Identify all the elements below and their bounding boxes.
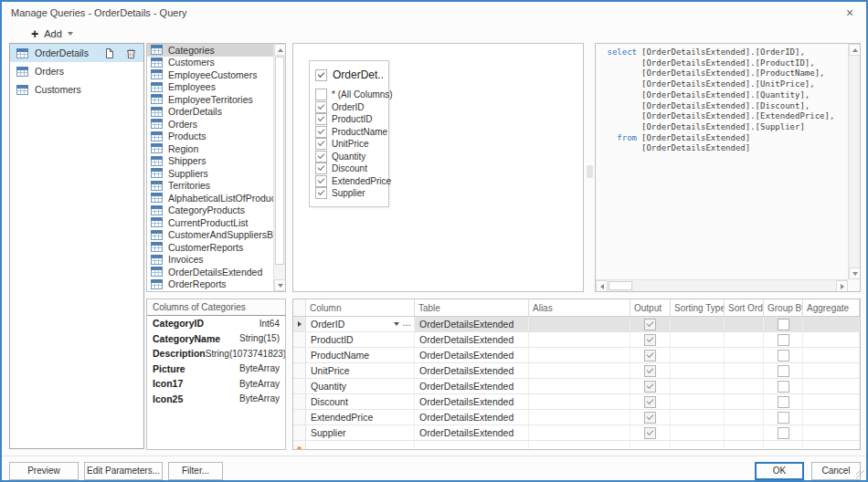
field-checkbox[interactable] [315, 101, 327, 113]
cell-sort-order[interactable] [725, 332, 764, 347]
diagram-field-item[interactable]: * (All Columns) [310, 89, 388, 101]
field-checkbox[interactable] [315, 175, 327, 187]
sql-horizontal-scrollbar[interactable] [596, 279, 848, 291]
table-list-item[interactable]: OrderDetails [147, 106, 273, 119]
table-list-item[interactable]: Orders [147, 118, 273, 131]
cell-column[interactable]: ProductID [306, 332, 415, 347]
close-icon[interactable]: × [841, 5, 859, 21]
table-list-item[interactable]: Territories [147, 180, 273, 193]
cell-table[interactable]: OrderDetailsExtended [415, 332, 529, 347]
cell-table[interactable]: OrderDetailsExtended [415, 348, 529, 362]
empty-cell[interactable] [630, 441, 671, 450]
cell-alias[interactable] [529, 363, 630, 378]
table-list-item[interactable]: Shippers [147, 155, 273, 168]
grid-header-table[interactable]: Table [415, 299, 529, 316]
cell-table[interactable]: OrderDetailsExtended [415, 410, 529, 424]
cell-table[interactable]: OrderDetailsExtended [415, 394, 529, 409]
cell-column[interactable]: ExtendedPrice [306, 410, 415, 424]
cell-sorting-type[interactable] [671, 363, 725, 378]
cell-column[interactable]: ProductName [306, 348, 415, 362]
cell-sorting-type[interactable] [671, 332, 725, 347]
cell-sort-order[interactable] [725, 379, 764, 393]
diagram-field-item[interactable]: UnitPrice [310, 138, 388, 151]
cell-sort-order[interactable] [725, 410, 764, 424]
empty-cell[interactable] [529, 441, 630, 450]
diagram-field-item[interactable]: OrderID [310, 101, 388, 114]
group-by-checkbox[interactable] [778, 396, 789, 408]
cell-aggregate[interactable] [803, 425, 860, 440]
scroll-up-icon[interactable] [274, 44, 286, 56]
cell-sort-order[interactable] [725, 394, 764, 409]
cell-sorting-type[interactable] [671, 348, 725, 362]
scroll-up-icon[interactable] [849, 44, 861, 56]
output-checkbox[interactable] [644, 319, 656, 330]
diagram-field-item[interactable]: ProductName [310, 126, 388, 139]
scrollbar-thumb[interactable] [275, 57, 284, 265]
field-checkbox[interactable] [315, 89, 327, 100]
output-checkbox[interactable] [644, 350, 656, 362]
cell-aggregate[interactable] [803, 394, 860, 409]
field-checkbox[interactable] [315, 126, 327, 138]
table-list-item[interactable]: AlphabeticalListOfProducts [147, 192, 273, 204]
cell-sorting-type[interactable] [671, 410, 725, 424]
grid-header-group-by[interactable]: Group By [764, 299, 803, 316]
field-checkbox[interactable] [315, 162, 327, 174]
tables-vertical-scrollbar[interactable] [273, 44, 285, 291]
table-checkbox[interactable] [315, 69, 327, 81]
grid-header-output[interactable]: Output [630, 299, 671, 316]
field-checkbox[interactable] [315, 151, 327, 162]
cell-sorting-type[interactable] [671, 379, 725, 393]
group-by-checkbox[interactable] [778, 350, 789, 362]
table-list-item[interactable]: Categories [147, 44, 273, 57]
grid-header-aggregate[interactable]: Aggregate [803, 299, 860, 316]
empty-cell[interactable] [306, 441, 415, 450]
cell-table[interactable]: OrderDetailsExtended [415, 425, 529, 440]
scroll-right-icon[interactable] [836, 280, 848, 292]
cell-alias[interactable] [529, 332, 630, 347]
field-checkbox[interactable] [315, 187, 327, 199]
table-list-item[interactable]: EmployeeCustomers [147, 68, 273, 81]
copy-query-icon[interactable] [103, 47, 115, 59]
grid-header-sort-order[interactable]: Sort Order [725, 299, 764, 316]
ok-button[interactable]: OK [755, 462, 804, 480]
table-list-item[interactable]: Invoices [147, 254, 273, 267]
query-list-item[interactable]: OrderDetails [10, 44, 143, 62]
table-list-item[interactable]: OrderReports [147, 278, 273, 291]
cell-alias[interactable] [529, 410, 630, 424]
table-list-item[interactable]: Products [147, 131, 273, 143]
add-query-button[interactable]: + Add [31, 26, 73, 42]
cell-aggregate[interactable] [803, 332, 860, 347]
cell-aggregate[interactable] [803, 363, 860, 378]
table-list-item[interactable]: OrderDetailsExtended [147, 266, 273, 278]
cell-alias[interactable] [529, 394, 630, 409]
cell-aggregate[interactable] [803, 410, 860, 424]
grid-header-alias[interactable]: Alias [529, 299, 630, 316]
empty-cell[interactable] [415, 441, 529, 450]
field-checkbox[interactable] [315, 113, 327, 125]
table-list-item[interactable]: Customers [147, 57, 273, 69]
group-by-checkbox[interactable] [778, 412, 789, 424]
scroll-down-icon[interactable] [274, 279, 286, 291]
group-by-checkbox[interactable] [778, 365, 789, 377]
cell-aggregate[interactable] [803, 348, 860, 362]
diagram-table-card[interactable]: OrderDet... * (All Columns)OrderIDProduc… [309, 60, 389, 207]
query-list-item[interactable]: Orders [10, 62, 143, 80]
cell-sort-order[interactable] [725, 348, 764, 362]
table-list-item[interactable]: CategoryProducts [147, 204, 273, 217]
output-checkbox[interactable] [644, 427, 656, 439]
cell-sorting-type[interactable] [671, 425, 725, 440]
empty-cell[interactable] [803, 441, 860, 450]
cell-alias[interactable] [529, 348, 630, 362]
query-list-item[interactable]: Customers [10, 80, 143, 99]
panel-splitter[interactable] [587, 165, 593, 178]
cell-sort-order[interactable] [725, 425, 764, 440]
output-checkbox[interactable] [644, 365, 656, 377]
table-list-item[interactable]: CurrentProductList [147, 216, 273, 229]
cell-sorting-type[interactable] [671, 394, 725, 409]
cell-column[interactable]: Supplier [306, 425, 415, 440]
cancel-button[interactable]: Cancel [811, 462, 861, 480]
grid-new-row[interactable] [293, 441, 860, 450]
table-list-item[interactable]: Employees [147, 81, 273, 94]
ellipsis-button[interactable]: … [402, 318, 412, 328]
output-checkbox[interactable] [644, 412, 656, 424]
